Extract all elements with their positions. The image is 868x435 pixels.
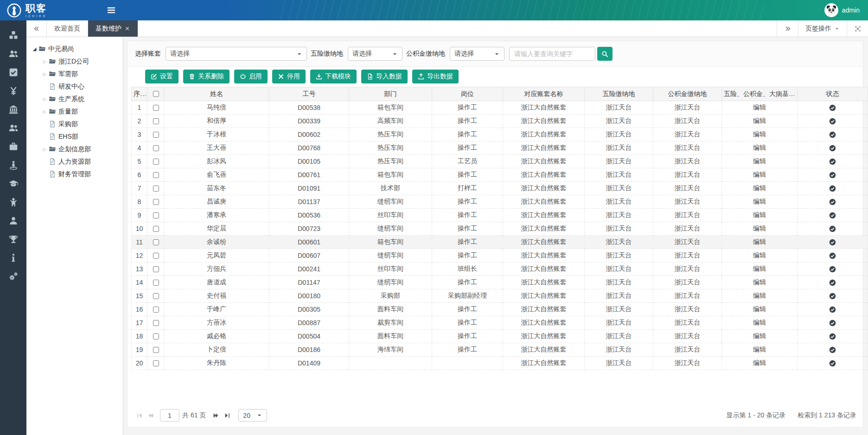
row-checkbox[interactable] <box>153 105 159 111</box>
table-row[interactable]: 15史付福D00180采购部采购部副经理浙江大自然账套浙江天台浙江天台编辑 <box>132 289 868 303</box>
edit-link[interactable]: 编辑 <box>753 144 766 151</box>
first-page-button[interactable] <box>134 410 145 421</box>
edit-link[interactable]: 编辑 <box>753 157 766 165</box>
edit-link[interactable]: 编辑 <box>753 292 766 299</box>
row-checkbox[interactable] <box>153 253 159 259</box>
caret-collapsed-icon[interactable]: ▷ <box>41 59 48 64</box>
tab-operations-dropdown[interactable]: 页签操作 <box>798 20 847 37</box>
edit-link[interactable]: 编辑 <box>753 130 766 138</box>
search-button[interactable] <box>597 47 613 61</box>
rail-item-street-view[interactable] <box>0 156 26 174</box>
relation-delete-button[interactable]: 关系删除 <box>183 70 230 83</box>
edit-link[interactable]: 编辑 <box>753 198 766 205</box>
rail-item-check-square[interactable] <box>0 63 26 82</box>
caret-collapsed-icon[interactable]: ▷ <box>41 109 48 114</box>
edit-link[interactable]: 编辑 <box>753 332 766 339</box>
tabs-scroll-left-button[interactable] <box>26 20 47 37</box>
rail-item-info[interactable] <box>0 249 26 267</box>
rail-item-user[interactable] <box>0 211 26 230</box>
edit-link[interactable]: 编辑 <box>753 238 766 245</box>
table-row[interactable]: 7苗东冬D01091技术部打样工浙江大自然账套浙江天台浙江天台编辑 <box>132 182 868 195</box>
edit-link[interactable]: 编辑 <box>753 251 766 259</box>
row-checkbox[interactable] <box>153 226 159 232</box>
hamburger-menu-icon[interactable] <box>107 6 116 15</box>
row-checkbox[interactable] <box>153 307 159 313</box>
rail-item-child[interactable] <box>0 193 26 211</box>
brand-logo[interactable]: 职客 IZHIKE <box>6 3 47 18</box>
settings-button[interactable]: 设置 <box>145 70 179 83</box>
rail-item-cogs[interactable] <box>0 267 26 286</box>
tree-item-军需部[interactable]: ▷军需部 <box>31 68 121 80</box>
tree-item-研发中心[interactable]: 研发中心 <box>31 80 121 93</box>
tab-基数维护[interactable]: 基数维护 <box>88 20 138 37</box>
rail-item-graduation-cap[interactable] <box>0 174 26 193</box>
last-page-button[interactable] <box>222 410 233 421</box>
row-checkbox[interactable] <box>153 293 159 299</box>
row-checkbox[interactable] <box>153 172 159 178</box>
table-row[interactable]: 2和倍厚D00339高频车间操作工浙江大自然账套浙江天台浙江天台编辑 <box>132 115 868 128</box>
tree-item-中元易尚[interactable]: ◢中元易尚 <box>31 43 121 55</box>
table-row[interactable]: 13方佃兵D00241丝印车间班组长浙江大自然账套浙江天台浙江天台编辑 <box>132 262 868 276</box>
table-row[interactable]: 18戚必铬D00504面料车间操作工浙江大自然账套浙江天台浙江天台编辑 <box>132 330 868 343</box>
row-checkbox[interactable] <box>153 212 159 218</box>
caret-collapsed-icon[interactable]: ▷ <box>41 147 48 152</box>
prev-page-button[interactable] <box>145 410 156 421</box>
row-checkbox[interactable] <box>153 360 159 366</box>
table-row[interactable]: 10华定晨D00723缝纫车间操作工浙江大自然账套浙江天台浙江天台编辑 <box>132 222 868 236</box>
page-size-select[interactable]: 20 <box>238 409 267 422</box>
table-row[interactable]: 4王大蓓D00768热压车间操作工浙江大自然账套浙江天台浙江天台编辑 <box>132 141 868 155</box>
rail-item-bank[interactable] <box>0 100 26 119</box>
caret-collapsed-icon[interactable]: ▷ <box>41 97 48 102</box>
rail-item-briefcase[interactable] <box>0 137 26 156</box>
row-checkbox[interactable] <box>153 199 159 205</box>
tree-item-人力资源部[interactable]: 人力资源部 <box>31 155 121 168</box>
row-checkbox[interactable] <box>153 186 159 192</box>
table-row[interactable]: 11余诚纷D00601箱包车间操作工浙江大自然账套浙江天台浙江天台编辑 <box>132 236 868 249</box>
fullscreen-toggle-button[interactable] <box>847 20 868 37</box>
edit-link[interactable]: 编辑 <box>753 224 766 232</box>
tree-item-生产系统[interactable]: ▷生产系统 <box>31 93 121 105</box>
tree-item-EHS部[interactable]: EHS部 <box>31 130 121 143</box>
row-checkbox[interactable] <box>153 266 159 272</box>
table-row[interactable]: 12元凤碧D00607缝纫车间操作工浙江大自然账套浙江天台浙江天台编辑 <box>132 249 868 262</box>
table-row[interactable]: 5彭冰风D00105热压车间工艺员浙江大自然账套浙江天台浙江天台编辑 <box>132 155 868 168</box>
table-row[interactable]: 6俞飞蓓D00761箱包车间操作工浙江大自然账套浙江天台浙江天台编辑 <box>132 168 868 182</box>
edit-link[interactable]: 编辑 <box>753 319 766 326</box>
row-checkbox[interactable] <box>153 333 159 339</box>
search-input[interactable] <box>509 47 595 61</box>
tree-item-财务管理部[interactable]: 财务管理部 <box>31 168 121 180</box>
edit-link[interactable]: 编辑 <box>753 278 766 286</box>
edit-link[interactable]: 编辑 <box>753 103 766 111</box>
table-row[interactable]: 16于峰广D00305面料车间操作工浙江大自然账套浙江天台浙江天台编辑 <box>132 303 868 316</box>
table-row[interactable]: 3于冰根D00602热压车间操作工浙江大自然账套浙江天台浙江天台编辑 <box>132 128 868 141</box>
export-data-button[interactable]: 导出数据 <box>412 70 459 83</box>
rail-item-users[interactable] <box>0 45 26 63</box>
edit-link[interactable]: 编辑 <box>753 305 766 313</box>
select-all-checkbox[interactable] <box>153 91 159 97</box>
tree-item-采购部[interactable]: 采购部 <box>31 118 121 130</box>
tree-item-质量部[interactable]: ▷质量部 <box>31 105 121 118</box>
table-row[interactable]: 14唐道成D01147缝纫车间操作工浙江大自然账套浙江天台浙江天台编辑 <box>132 276 868 289</box>
row-checkbox[interactable] <box>153 145 159 151</box>
tabs-scroll-right-button[interactable] <box>777 20 798 37</box>
next-page-button[interactable] <box>211 410 222 421</box>
row-checkbox[interactable] <box>153 347 159 353</box>
tab-close-icon[interactable] <box>125 26 130 31</box>
table-row[interactable]: 17方蓓冰D00887裁剪车间操作工浙江大自然账套浙江天台浙江天台编辑 <box>132 316 868 330</box>
row-checkbox[interactable] <box>153 239 159 245</box>
row-checkbox[interactable] <box>153 280 159 286</box>
fund-place-select[interactable]: 请选择 <box>450 47 504 61</box>
account-select[interactable]: 请选择 <box>166 47 307 61</box>
import-data-button[interactable]: 导入数据 <box>361 70 408 83</box>
row-checkbox[interactable] <box>153 320 159 326</box>
table-row[interactable]: 19卜定倍D00186海绵车间操作工浙江大自然账套浙江天台浙江天台编辑 <box>132 343 868 357</box>
user-menu[interactable]: admin <box>824 3 860 17</box>
table-row[interactable]: 9潘寒承D00536丝印车间操作工浙江大自然账套浙江天台浙江天台编辑 <box>132 209 868 222</box>
page-number-input[interactable] <box>160 409 179 422</box>
table-row[interactable]: 20朱丹陈D01409浙江大自然账套浙江天台浙江天台编辑 <box>132 357 868 370</box>
rail-item-cubes[interactable] <box>0 26 26 45</box>
edit-link[interactable]: 编辑 <box>753 211 766 218</box>
tree-item-浙江D公司[interactable]: ▷浙江D公司 <box>31 55 121 68</box>
caret-collapsed-icon[interactable]: ▷ <box>41 72 48 77</box>
table-row[interactable]: 1马纯倍D00538箱包车间操作工浙江大自然账套浙江天台浙江天台编辑 <box>132 101 868 115</box>
